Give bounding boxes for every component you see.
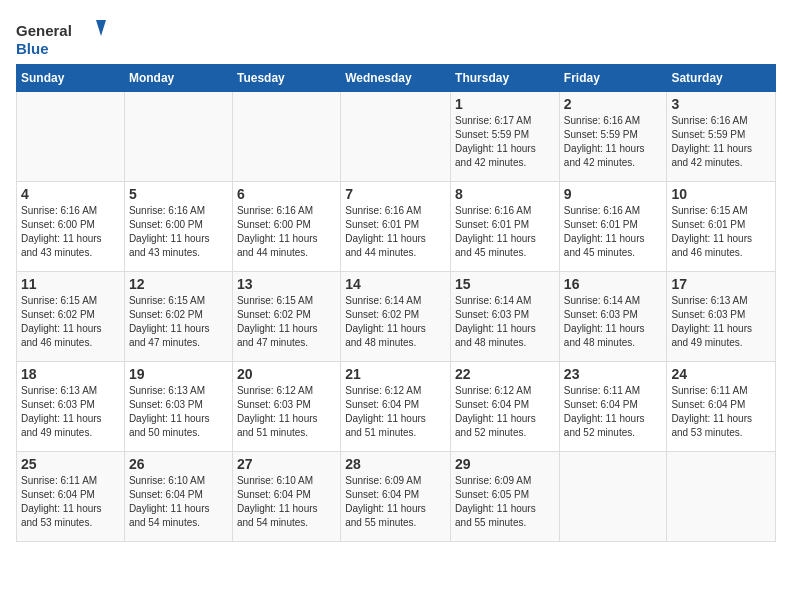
calendar-cell: 28Sunrise: 6:09 AMSunset: 6:04 PMDayligh… (341, 452, 451, 542)
day-number: 17 (671, 276, 771, 292)
day-number: 18 (21, 366, 120, 382)
calendar-week-row: 1Sunrise: 6:17 AMSunset: 5:59 PMDaylight… (17, 92, 776, 182)
calendar-cell: 26Sunrise: 6:10 AMSunset: 6:04 PMDayligh… (124, 452, 232, 542)
weekday-header: Thursday (451, 65, 560, 92)
svg-marker-2 (96, 20, 106, 36)
svg-text:General: General (16, 22, 72, 39)
calendar-cell: 21Sunrise: 6:12 AMSunset: 6:04 PMDayligh… (341, 362, 451, 452)
day-number: 23 (564, 366, 663, 382)
calendar-cell: 17Sunrise: 6:13 AMSunset: 6:03 PMDayligh… (667, 272, 776, 362)
calendar-cell: 18Sunrise: 6:13 AMSunset: 6:03 PMDayligh… (17, 362, 125, 452)
day-info: Sunrise: 6:10 AMSunset: 6:04 PMDaylight:… (237, 474, 336, 530)
calendar-cell: 4Sunrise: 6:16 AMSunset: 6:00 PMDaylight… (17, 182, 125, 272)
calendar-cell: 27Sunrise: 6:10 AMSunset: 6:04 PMDayligh… (232, 452, 340, 542)
day-number: 20 (237, 366, 336, 382)
calendar-week-row: 25Sunrise: 6:11 AMSunset: 6:04 PMDayligh… (17, 452, 776, 542)
weekday-header: Sunday (17, 65, 125, 92)
weekday-header: Friday (559, 65, 667, 92)
calendar-cell: 7Sunrise: 6:16 AMSunset: 6:01 PMDaylight… (341, 182, 451, 272)
calendar-cell: 13Sunrise: 6:15 AMSunset: 6:02 PMDayligh… (232, 272, 340, 362)
calendar-cell: 29Sunrise: 6:09 AMSunset: 6:05 PMDayligh… (451, 452, 560, 542)
day-info: Sunrise: 6:11 AMSunset: 6:04 PMDaylight:… (671, 384, 771, 440)
calendar-week-row: 4Sunrise: 6:16 AMSunset: 6:00 PMDaylight… (17, 182, 776, 272)
calendar-cell: 6Sunrise: 6:16 AMSunset: 6:00 PMDaylight… (232, 182, 340, 272)
day-number: 16 (564, 276, 663, 292)
weekday-header: Tuesday (232, 65, 340, 92)
calendar-cell (559, 452, 667, 542)
calendar-cell: 10Sunrise: 6:15 AMSunset: 6:01 PMDayligh… (667, 182, 776, 272)
day-info: Sunrise: 6:14 AMSunset: 6:03 PMDaylight:… (455, 294, 555, 350)
calendar-cell: 1Sunrise: 6:17 AMSunset: 5:59 PMDaylight… (451, 92, 560, 182)
calendar-table: SundayMondayTuesdayWednesdayThursdayFrid… (16, 64, 776, 542)
day-info: Sunrise: 6:13 AMSunset: 6:03 PMDaylight:… (129, 384, 228, 440)
day-number: 7 (345, 186, 446, 202)
calendar-week-row: 18Sunrise: 6:13 AMSunset: 6:03 PMDayligh… (17, 362, 776, 452)
day-number: 24 (671, 366, 771, 382)
day-number: 1 (455, 96, 555, 112)
day-number: 3 (671, 96, 771, 112)
calendar-cell: 11Sunrise: 6:15 AMSunset: 6:02 PMDayligh… (17, 272, 125, 362)
day-info: Sunrise: 6:17 AMSunset: 5:59 PMDaylight:… (455, 114, 555, 170)
calendar-cell: 12Sunrise: 6:15 AMSunset: 6:02 PMDayligh… (124, 272, 232, 362)
weekday-header: Wednesday (341, 65, 451, 92)
calendar-cell: 9Sunrise: 6:16 AMSunset: 6:01 PMDaylight… (559, 182, 667, 272)
weekday-header-row: SundayMondayTuesdayWednesdayThursdayFrid… (17, 65, 776, 92)
day-number: 29 (455, 456, 555, 472)
calendar-cell (232, 92, 340, 182)
day-info: Sunrise: 6:16 AMSunset: 6:01 PMDaylight:… (564, 204, 663, 260)
calendar-cell (17, 92, 125, 182)
calendar-cell: 5Sunrise: 6:16 AMSunset: 6:00 PMDaylight… (124, 182, 232, 272)
day-number: 11 (21, 276, 120, 292)
day-info: Sunrise: 6:15 AMSunset: 6:02 PMDaylight:… (237, 294, 336, 350)
weekday-header: Saturday (667, 65, 776, 92)
day-info: Sunrise: 6:14 AMSunset: 6:02 PMDaylight:… (345, 294, 446, 350)
calendar-cell: 20Sunrise: 6:12 AMSunset: 6:03 PMDayligh… (232, 362, 340, 452)
day-number: 13 (237, 276, 336, 292)
calendar-cell: 2Sunrise: 6:16 AMSunset: 5:59 PMDaylight… (559, 92, 667, 182)
day-number: 12 (129, 276, 228, 292)
calendar-cell: 22Sunrise: 6:12 AMSunset: 6:04 PMDayligh… (451, 362, 560, 452)
page-header: General Blue (16, 16, 776, 60)
day-info: Sunrise: 6:15 AMSunset: 6:02 PMDaylight:… (21, 294, 120, 350)
calendar-cell: 3Sunrise: 6:16 AMSunset: 5:59 PMDaylight… (667, 92, 776, 182)
weekday-header: Monday (124, 65, 232, 92)
day-number: 6 (237, 186, 336, 202)
day-info: Sunrise: 6:12 AMSunset: 6:04 PMDaylight:… (455, 384, 555, 440)
day-info: Sunrise: 6:16 AMSunset: 6:00 PMDaylight:… (129, 204, 228, 260)
day-info: Sunrise: 6:15 AMSunset: 6:02 PMDaylight:… (129, 294, 228, 350)
day-number: 4 (21, 186, 120, 202)
day-info: Sunrise: 6:15 AMSunset: 6:01 PMDaylight:… (671, 204, 771, 260)
day-info: Sunrise: 6:12 AMSunset: 6:04 PMDaylight:… (345, 384, 446, 440)
day-number: 27 (237, 456, 336, 472)
calendar-cell: 16Sunrise: 6:14 AMSunset: 6:03 PMDayligh… (559, 272, 667, 362)
day-number: 14 (345, 276, 446, 292)
day-number: 25 (21, 456, 120, 472)
day-info: Sunrise: 6:11 AMSunset: 6:04 PMDaylight:… (564, 384, 663, 440)
calendar-cell: 25Sunrise: 6:11 AMSunset: 6:04 PMDayligh… (17, 452, 125, 542)
calendar-cell: 23Sunrise: 6:11 AMSunset: 6:04 PMDayligh… (559, 362, 667, 452)
day-number: 26 (129, 456, 228, 472)
day-info: Sunrise: 6:16 AMSunset: 5:59 PMDaylight:… (564, 114, 663, 170)
svg-text:Blue: Blue (16, 40, 49, 57)
calendar-cell: 14Sunrise: 6:14 AMSunset: 6:02 PMDayligh… (341, 272, 451, 362)
general-blue-logo: General Blue (16, 16, 106, 60)
day-number: 19 (129, 366, 228, 382)
day-number: 28 (345, 456, 446, 472)
day-info: Sunrise: 6:16 AMSunset: 6:00 PMDaylight:… (21, 204, 120, 260)
day-number: 9 (564, 186, 663, 202)
day-info: Sunrise: 6:13 AMSunset: 6:03 PMDaylight:… (21, 384, 120, 440)
day-info: Sunrise: 6:09 AMSunset: 6:04 PMDaylight:… (345, 474, 446, 530)
day-info: Sunrise: 6:12 AMSunset: 6:03 PMDaylight:… (237, 384, 336, 440)
day-number: 10 (671, 186, 771, 202)
calendar-cell (124, 92, 232, 182)
day-info: Sunrise: 6:14 AMSunset: 6:03 PMDaylight:… (564, 294, 663, 350)
day-info: Sunrise: 6:10 AMSunset: 6:04 PMDaylight:… (129, 474, 228, 530)
day-info: Sunrise: 6:16 AMSunset: 5:59 PMDaylight:… (671, 114, 771, 170)
day-number: 5 (129, 186, 228, 202)
day-info: Sunrise: 6:09 AMSunset: 6:05 PMDaylight:… (455, 474, 555, 530)
day-number: 15 (455, 276, 555, 292)
logo: General Blue (16, 16, 106, 60)
day-info: Sunrise: 6:16 AMSunset: 6:00 PMDaylight:… (237, 204, 336, 260)
calendar-cell: 19Sunrise: 6:13 AMSunset: 6:03 PMDayligh… (124, 362, 232, 452)
day-number: 8 (455, 186, 555, 202)
